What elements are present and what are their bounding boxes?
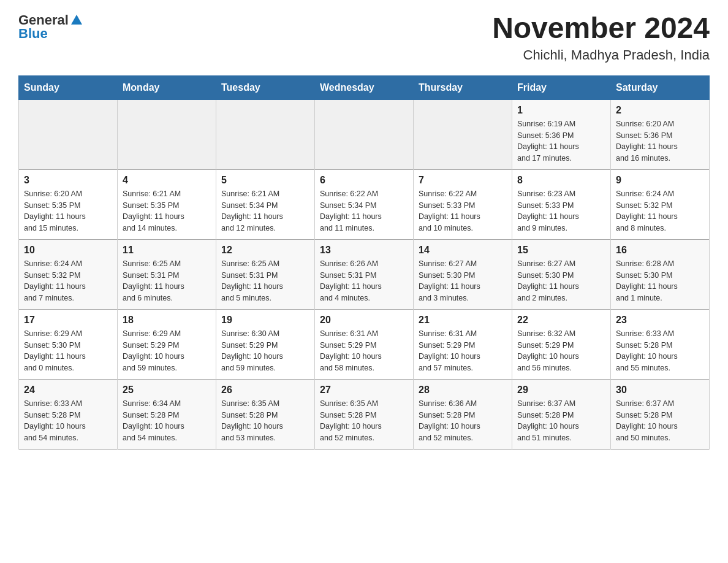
calendar-cell: [118, 99, 216, 169]
header-sunday: Sunday: [19, 75, 118, 99]
day-info: Sunrise: 6:32 AM Sunset: 5:29 PM Dayligh…: [517, 328, 605, 374]
day-number: 9: [616, 175, 704, 186]
day-number: 11: [123, 245, 211, 256]
day-number: 30: [616, 385, 704, 396]
day-number: 28: [419, 385, 507, 396]
calendar-cell: 4Sunrise: 6:21 AM Sunset: 5:35 PM Daylig…: [118, 169, 216, 239]
day-number: 19: [221, 315, 309, 326]
week-row-3: 10Sunrise: 6:24 AM Sunset: 5:32 PM Dayli…: [19, 239, 710, 309]
calendar-cell: 17Sunrise: 6:29 AM Sunset: 5:30 PM Dayli…: [19, 309, 118, 379]
day-number: 12: [221, 245, 309, 256]
title-section: November 2024 Chichli, Madhya Pradesh, I…: [492, 12, 710, 63]
calendar-cell: 11Sunrise: 6:25 AM Sunset: 5:31 PM Dayli…: [118, 239, 216, 309]
week-row-5: 24Sunrise: 6:33 AM Sunset: 5:28 PM Dayli…: [19, 379, 710, 449]
calendar-cell: [315, 99, 414, 169]
calendar-cell: [414, 99, 512, 169]
day-info: Sunrise: 6:33 AM Sunset: 5:28 PM Dayligh…: [24, 398, 112, 444]
day-number: 5: [221, 175, 309, 186]
header-monday: Monday: [118, 75, 216, 99]
day-number: 3: [24, 175, 112, 186]
calendar-cell: [19, 99, 118, 169]
logo-triangle-icon: [70, 13, 83, 27]
calendar-cell: 20Sunrise: 6:31 AM Sunset: 5:29 PM Dayli…: [315, 309, 414, 379]
day-info: Sunrise: 6:24 AM Sunset: 5:32 PM Dayligh…: [24, 258, 112, 304]
calendar-table: SundayMondayTuesdayWednesdayThursdayFrid…: [18, 75, 710, 450]
day-info: Sunrise: 6:37 AM Sunset: 5:28 PM Dayligh…: [616, 398, 704, 444]
day-number: 25: [123, 385, 211, 396]
day-number: 13: [320, 245, 408, 256]
calendar-cell: 24Sunrise: 6:33 AM Sunset: 5:28 PM Dayli…: [19, 379, 118, 449]
day-number: 27: [320, 385, 408, 396]
logo-blue-text: Blue: [18, 26, 48, 42]
day-number: 29: [517, 385, 605, 396]
day-info: Sunrise: 6:24 AM Sunset: 5:32 PM Dayligh…: [616, 188, 704, 234]
calendar-header-row: SundayMondayTuesdayWednesdayThursdayFrid…: [19, 75, 710, 99]
calendar-cell: 15Sunrise: 6:27 AM Sunset: 5:30 PM Dayli…: [512, 239, 611, 309]
day-number: 24: [24, 385, 112, 396]
calendar-cell: 23Sunrise: 6:33 AM Sunset: 5:28 PM Dayli…: [611, 309, 710, 379]
calendar-cell: 18Sunrise: 6:29 AM Sunset: 5:29 PM Dayli…: [118, 309, 216, 379]
day-info: Sunrise: 6:37 AM Sunset: 5:28 PM Dayligh…: [517, 398, 605, 444]
day-info: Sunrise: 6:21 AM Sunset: 5:35 PM Dayligh…: [123, 188, 211, 234]
header-tuesday: Tuesday: [216, 75, 315, 99]
day-info: Sunrise: 6:33 AM Sunset: 5:28 PM Dayligh…: [616, 328, 704, 374]
calendar-cell: 7Sunrise: 6:22 AM Sunset: 5:33 PM Daylig…: [414, 169, 512, 239]
day-number: 17: [24, 315, 112, 326]
calendar-cell: 5Sunrise: 6:21 AM Sunset: 5:34 PM Daylig…: [216, 169, 315, 239]
header-thursday: Thursday: [414, 75, 512, 99]
day-info: Sunrise: 6:23 AM Sunset: 5:33 PM Dayligh…: [517, 188, 605, 234]
day-info: Sunrise: 6:35 AM Sunset: 5:28 PM Dayligh…: [221, 398, 309, 444]
day-info: Sunrise: 6:30 AM Sunset: 5:29 PM Dayligh…: [221, 328, 309, 374]
day-info: Sunrise: 6:22 AM Sunset: 5:33 PM Dayligh…: [419, 188, 507, 234]
day-number: 15: [517, 245, 605, 256]
svg-marker-0: [71, 15, 82, 25]
calendar-cell: 21Sunrise: 6:31 AM Sunset: 5:29 PM Dayli…: [414, 309, 512, 379]
calendar-cell: 29Sunrise: 6:37 AM Sunset: 5:28 PM Dayli…: [512, 379, 611, 449]
day-number: 21: [419, 315, 507, 326]
day-info: Sunrise: 6:25 AM Sunset: 5:31 PM Dayligh…: [221, 258, 309, 304]
week-row-4: 17Sunrise: 6:29 AM Sunset: 5:30 PM Dayli…: [19, 309, 710, 379]
calendar-cell: 19Sunrise: 6:30 AM Sunset: 5:29 PM Dayli…: [216, 309, 315, 379]
calendar-cell: 13Sunrise: 6:26 AM Sunset: 5:31 PM Dayli…: [315, 239, 414, 309]
day-info: Sunrise: 6:19 AM Sunset: 5:36 PM Dayligh…: [517, 118, 605, 164]
logo: General Blue: [18, 12, 83, 42]
day-info: Sunrise: 6:27 AM Sunset: 5:30 PM Dayligh…: [419, 258, 507, 304]
calendar-cell: 30Sunrise: 6:37 AM Sunset: 5:28 PM Dayli…: [611, 379, 710, 449]
day-number: 20: [320, 315, 408, 326]
day-number: 14: [419, 245, 507, 256]
calendar-cell: 10Sunrise: 6:24 AM Sunset: 5:32 PM Dayli…: [19, 239, 118, 309]
week-row-1: 1Sunrise: 6:19 AM Sunset: 5:36 PM Daylig…: [19, 99, 710, 169]
week-row-2: 3Sunrise: 6:20 AM Sunset: 5:35 PM Daylig…: [19, 169, 710, 239]
day-info: Sunrise: 6:31 AM Sunset: 5:29 PM Dayligh…: [320, 328, 408, 374]
calendar-cell: 22Sunrise: 6:32 AM Sunset: 5:29 PM Dayli…: [512, 309, 611, 379]
day-number: 23: [616, 315, 704, 326]
calendar-cell: 8Sunrise: 6:23 AM Sunset: 5:33 PM Daylig…: [512, 169, 611, 239]
day-number: 7: [419, 175, 507, 186]
day-info: Sunrise: 6:29 AM Sunset: 5:29 PM Dayligh…: [123, 328, 211, 374]
calendar-cell: 27Sunrise: 6:35 AM Sunset: 5:28 PM Dayli…: [315, 379, 414, 449]
calendar-cell: 12Sunrise: 6:25 AM Sunset: 5:31 PM Dayli…: [216, 239, 315, 309]
day-info: Sunrise: 6:20 AM Sunset: 5:36 PM Dayligh…: [616, 118, 704, 164]
day-number: 26: [221, 385, 309, 396]
day-number: 8: [517, 175, 605, 186]
month-title: November 2024: [492, 12, 710, 45]
day-info: Sunrise: 6:29 AM Sunset: 5:30 PM Dayligh…: [24, 328, 112, 374]
calendar-cell: 16Sunrise: 6:28 AM Sunset: 5:30 PM Dayli…: [611, 239, 710, 309]
day-info: Sunrise: 6:27 AM Sunset: 5:30 PM Dayligh…: [517, 258, 605, 304]
calendar-cell: 9Sunrise: 6:24 AM Sunset: 5:32 PM Daylig…: [611, 169, 710, 239]
day-number: 16: [616, 245, 704, 256]
day-info: Sunrise: 6:35 AM Sunset: 5:28 PM Dayligh…: [320, 398, 408, 444]
day-number: 22: [517, 315, 605, 326]
location-title: Chichli, Madhya Pradesh, India: [492, 47, 710, 63]
calendar-cell: 6Sunrise: 6:22 AM Sunset: 5:34 PM Daylig…: [315, 169, 414, 239]
header-friday: Friday: [512, 75, 611, 99]
day-number: 1: [517, 105, 605, 116]
day-info: Sunrise: 6:22 AM Sunset: 5:34 PM Dayligh…: [320, 188, 408, 234]
day-info: Sunrise: 6:21 AM Sunset: 5:34 PM Dayligh…: [221, 188, 309, 234]
header-saturday: Saturday: [611, 75, 710, 99]
day-info: Sunrise: 6:31 AM Sunset: 5:29 PM Dayligh…: [419, 328, 507, 374]
day-info: Sunrise: 6:25 AM Sunset: 5:31 PM Dayligh…: [123, 258, 211, 304]
day-number: 4: [123, 175, 211, 186]
day-info: Sunrise: 6:36 AM Sunset: 5:28 PM Dayligh…: [419, 398, 507, 444]
day-info: Sunrise: 6:26 AM Sunset: 5:31 PM Dayligh…: [320, 258, 408, 304]
